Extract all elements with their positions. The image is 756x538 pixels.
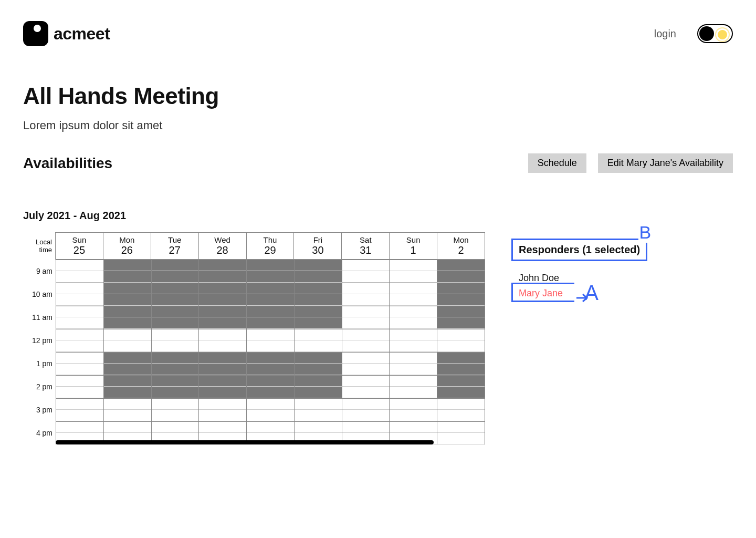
time-slot[interactable]: [247, 340, 294, 352]
time-slot[interactable]: [295, 271, 342, 283]
time-slot[interactable]: [56, 410, 103, 421]
time-slot[interactable]: [199, 398, 246, 410]
day-column[interactable]: [390, 260, 437, 444]
time-slot[interactable]: [104, 364, 151, 375]
time-slot[interactable]: [152, 294, 199, 306]
time-slot[interactable]: [437, 433, 485, 444]
horizontal-scrollbar[interactable]: [56, 440, 434, 444]
time-slot[interactable]: [437, 283, 485, 294]
time-slot[interactable]: [199, 317, 246, 329]
theme-toggle[interactable]: [697, 24, 733, 43]
time-slot[interactable]: [342, 317, 390, 329]
time-slot[interactable]: [152, 398, 199, 410]
time-slot[interactable]: [295, 410, 342, 421]
time-slot[interactable]: [437, 271, 485, 283]
time-slot[interactable]: [390, 352, 437, 364]
time-slot[interactable]: [390, 398, 437, 410]
time-slot[interactable]: [104, 340, 151, 352]
day-column[interactable]: [199, 260, 247, 444]
time-slot[interactable]: [199, 271, 246, 283]
time-slot[interactable]: [247, 283, 294, 294]
time-slot[interactable]: [56, 260, 103, 271]
time-slot[interactable]: [342, 364, 390, 375]
time-slot[interactable]: [152, 410, 199, 421]
time-slot[interactable]: [152, 317, 199, 329]
time-slot[interactable]: [390, 306, 437, 317]
time-slot[interactable]: [295, 283, 342, 294]
time-slot[interactable]: [104, 329, 151, 340]
time-slot[interactable]: [390, 340, 437, 352]
time-slot[interactable]: [152, 364, 199, 375]
time-slot[interactable]: [247, 421, 294, 433]
time-slot[interactable]: [342, 398, 390, 410]
time-slot[interactable]: [247, 329, 294, 340]
availability-grid[interactable]: LocaltimeSun25Mon26Tue27Wed28Thu29Fri30S…: [23, 232, 485, 444]
responder-item[interactable]: Mary JaneA: [519, 286, 640, 301]
login-link[interactable]: login: [654, 28, 676, 40]
day-column[interactable]: [437, 260, 485, 444]
day-column[interactable]: [342, 260, 390, 444]
time-slot[interactable]: [56, 271, 103, 283]
time-slot[interactable]: [247, 306, 294, 317]
time-slot[interactable]: [104, 306, 151, 317]
time-slot[interactable]: [199, 421, 246, 433]
time-slot[interactable]: [152, 375, 199, 387]
time-slot[interactable]: [247, 364, 294, 375]
time-slot[interactable]: [247, 317, 294, 329]
time-slot[interactable]: [247, 375, 294, 387]
time-slot[interactable]: [437, 352, 485, 364]
time-slot[interactable]: [56, 329, 103, 340]
time-slot[interactable]: [199, 340, 246, 352]
time-slot[interactable]: [342, 306, 390, 317]
time-slot[interactable]: [152, 387, 199, 398]
time-slot[interactable]: [437, 340, 485, 352]
time-slot[interactable]: [199, 387, 246, 398]
time-slot[interactable]: [152, 421, 199, 433]
schedule-button[interactable]: Schedule: [528, 153, 586, 173]
time-slot[interactable]: [295, 260, 342, 271]
time-slot[interactable]: [56, 421, 103, 433]
time-slot[interactable]: [390, 375, 437, 387]
time-slot[interactable]: [295, 340, 342, 352]
time-slot[interactable]: [56, 387, 103, 398]
time-slot[interactable]: [437, 387, 485, 398]
time-slot[interactable]: [295, 317, 342, 329]
time-slot[interactable]: [342, 340, 390, 352]
time-slot[interactable]: [104, 387, 151, 398]
time-slot[interactable]: [295, 352, 342, 364]
time-slot[interactable]: [390, 410, 437, 421]
time-slot[interactable]: [56, 306, 103, 317]
time-slot[interactable]: [199, 294, 246, 306]
time-slot[interactable]: [342, 271, 390, 283]
time-slot[interactable]: [437, 317, 485, 329]
time-slot[interactable]: [342, 260, 390, 271]
time-slot[interactable]: [152, 271, 199, 283]
time-slot[interactable]: [342, 410, 390, 421]
time-slot[interactable]: [199, 375, 246, 387]
time-slot[interactable]: [247, 398, 294, 410]
time-slot[interactable]: [56, 340, 103, 352]
time-slot[interactable]: [56, 398, 103, 410]
time-slot[interactable]: [152, 306, 199, 317]
time-slot[interactable]: [295, 387, 342, 398]
time-slot[interactable]: [390, 421, 437, 433]
time-slot[interactable]: [390, 317, 437, 329]
time-slot[interactable]: [152, 340, 199, 352]
time-slot[interactable]: [104, 283, 151, 294]
time-slot[interactable]: [390, 271, 437, 283]
time-slot[interactable]: [295, 294, 342, 306]
time-slot[interactable]: [247, 271, 294, 283]
time-slot[interactable]: [104, 410, 151, 421]
responder-item[interactable]: John Doe: [519, 271, 640, 286]
time-slot[interactable]: [437, 294, 485, 306]
time-slot[interactable]: [104, 352, 151, 364]
time-slot[interactable]: [437, 260, 485, 271]
time-slot[interactable]: [56, 352, 103, 364]
time-slot[interactable]: [437, 421, 485, 433]
time-slot[interactable]: [437, 375, 485, 387]
time-slot[interactable]: [247, 260, 294, 271]
time-slot[interactable]: [342, 421, 390, 433]
time-slot[interactable]: [247, 352, 294, 364]
time-slot[interactable]: [295, 306, 342, 317]
edit-availability-button[interactable]: Edit Mary Jane's Availability: [598, 153, 733, 173]
